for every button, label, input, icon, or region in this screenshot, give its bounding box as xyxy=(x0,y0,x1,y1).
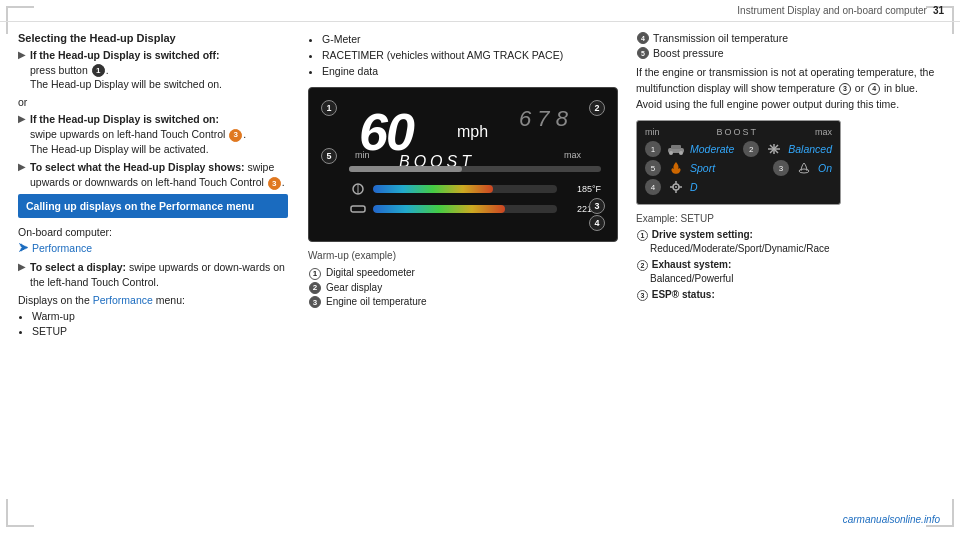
setup-icon-car xyxy=(666,141,686,157)
bullet-2: ▶ If the Head-up Display is switched on:… xyxy=(18,112,288,156)
blue-callout-box: Calling up displays on the Performance m… xyxy=(18,194,288,219)
arrow-icon-1: ▶ xyxy=(18,49,26,60)
ex-circle-2: 2 xyxy=(637,260,648,271)
setup-box-header: min BOOST max xyxy=(645,127,832,137)
caption-3: 3 Engine oil temperature xyxy=(308,296,620,308)
bullet1-text: If the Head-up Display is switched off: … xyxy=(30,48,222,92)
inst-min: min xyxy=(355,150,370,160)
circle-1: 1 xyxy=(92,64,105,77)
example-item-3: 3 ESP® status: xyxy=(636,288,944,302)
list-item-setup: SETUP xyxy=(32,324,288,340)
oil-icon xyxy=(349,183,367,195)
setup-num-2: 2 xyxy=(743,141,759,157)
setup-val-sport: Sport xyxy=(690,162,773,174)
caption-2: 2 Gear display xyxy=(308,282,620,294)
setup-display-box: min BOOST max 1 Moderate 2 Balanced 5 xyxy=(636,120,841,205)
right-circle-5: 5 xyxy=(637,47,649,59)
inst-gear-numbers: 6 7 8 xyxy=(519,106,568,132)
displays-label: Displays on the Performance menu: xyxy=(18,294,288,306)
mid-list: G-Meter RACETIMER (vehicles without AMG … xyxy=(322,32,620,79)
header-text: Instrument Display and on-board computer xyxy=(737,5,927,16)
right-item-5: 5 Boost pressure xyxy=(636,47,944,59)
svg-rect-4 xyxy=(671,145,681,149)
bullet-3: ▶ To select what the Head-up Display sho… xyxy=(18,160,288,189)
setup-val-balanced: Balanced xyxy=(788,143,832,155)
setup-num-1: 1 xyxy=(645,141,661,157)
temp-circle-4: 4 xyxy=(868,83,880,95)
right-column: 4 Transmission oil temperature 5 Boost p… xyxy=(630,22,960,533)
cap-num-1: 1 xyxy=(308,267,322,279)
example-item-2: 2 Exhaust system: Balanced/Powerful xyxy=(636,258,944,286)
setup-val-d: D xyxy=(690,181,698,193)
gauge1-val: 185°F xyxy=(563,184,601,194)
setup-icon-gear xyxy=(666,179,686,195)
setup-val-moderate: Moderate xyxy=(690,143,743,155)
ex-circle-1: 1 xyxy=(637,230,648,241)
cap-num-2: 2 xyxy=(308,282,322,294)
select-text: To select a display: swipe upwards or do… xyxy=(30,260,288,289)
or-text: or xyxy=(18,96,288,108)
right-item-4: 4 Transmission oil temperature xyxy=(636,32,944,44)
example-list: 1 Drive system setting: Reduced/Moderate… xyxy=(636,228,944,302)
gauge2-fill xyxy=(373,205,505,213)
left-column: Selecting the Head-up Display ▶ If the H… xyxy=(0,22,300,533)
mid-column: G-Meter RACETIMER (vehicles without AMG … xyxy=(300,22,630,533)
right-circle-4: 4 xyxy=(637,32,649,44)
inst-mph: mph xyxy=(457,123,488,141)
list-item-warmup: Warm-up xyxy=(32,309,288,325)
section1-title: Selecting the Head-up Display xyxy=(18,32,288,44)
example-item-1: 1 Drive system setting: Reduced/Moderate… xyxy=(636,228,944,256)
inst-circle-4: 4 xyxy=(589,215,605,231)
performance-link[interactable]: Performance xyxy=(32,242,92,254)
temp-note: If the engine or transmission is not at … xyxy=(636,65,944,112)
instrument-display: 60 mph 6 7 8 BOOST min max 185°F xyxy=(308,87,618,242)
inst-circle-2: 2 xyxy=(589,100,605,116)
svg-point-5 xyxy=(669,151,673,155)
circle-3a: 3 xyxy=(229,129,242,142)
onboard-label: On-board computer: xyxy=(18,226,288,238)
boost-bar-bg xyxy=(349,166,601,172)
gauge2-bg xyxy=(373,205,557,213)
inst-circle-5: 5 xyxy=(321,148,337,164)
circle-3b: 3 xyxy=(268,177,281,190)
arrow-icon-3: ▶ xyxy=(18,161,26,172)
right-list: 4 Transmission oil temperature 5 Boost p… xyxy=(636,32,944,59)
page-number: 31 xyxy=(933,5,944,16)
mid-item-gmeter: G-Meter xyxy=(322,32,620,48)
setup-row-1: 1 Moderate 2 Balanced xyxy=(645,141,832,157)
inst-circle-1: 1 xyxy=(321,100,337,116)
setup-icon-snowflake xyxy=(764,141,784,157)
setup-num-5: 5 xyxy=(645,160,661,176)
setup-num-4: 4 xyxy=(645,179,661,195)
setup-val-on: On xyxy=(818,162,832,174)
trans-icon xyxy=(349,203,367,215)
inst-max: max xyxy=(564,150,581,160)
mid-item-engine: Engine data xyxy=(322,64,620,80)
setup-row-d: 4 D xyxy=(645,179,832,195)
setup-icon-exhaust xyxy=(794,160,814,176)
temp-circle-3: 3 xyxy=(839,83,851,95)
arrow-icon-2: ▶ xyxy=(18,113,26,124)
main-content: Selecting the Head-up Display ▶ If the H… xyxy=(0,22,960,533)
nav-arrow-icon: ⮞ xyxy=(18,242,29,254)
gauge1-bg xyxy=(373,185,557,193)
boost-bar-fill xyxy=(349,166,462,172)
svg-rect-2 xyxy=(351,206,365,212)
displays-perf-link[interactable]: Performance xyxy=(93,294,153,306)
caption-items: 1 Digital speedometer 2 Gear display 3 E… xyxy=(308,267,620,308)
ex-circle-3: 3 xyxy=(637,290,648,301)
bullet-1: ▶ If the Head-up Display is switched off… xyxy=(18,48,288,92)
setup-row-2: 5 Sport 3 On xyxy=(645,160,832,176)
watermark: carmanualsonline.info xyxy=(843,514,940,525)
performance-nav: ⮞ Performance xyxy=(18,242,288,254)
page-header: Instrument Display and on-board computer… xyxy=(0,0,960,22)
gauge-row-2: 221°F xyxy=(349,203,601,215)
displays-list: Warm-up SETUP xyxy=(32,309,288,341)
svg-point-13 xyxy=(675,186,677,188)
inst-circle-3: 3 xyxy=(589,198,605,214)
mid-item-racetimer: RACETIMER (vehicles without AMG TRACK PA… xyxy=(322,48,620,64)
inst-caption-title: Warm-up (example) xyxy=(308,250,620,261)
gauge1-fill xyxy=(373,185,493,193)
caption-1: 1 Digital speedometer xyxy=(308,267,620,279)
bullet-select: ▶ To select a display: swipe upwards or … xyxy=(18,260,288,289)
